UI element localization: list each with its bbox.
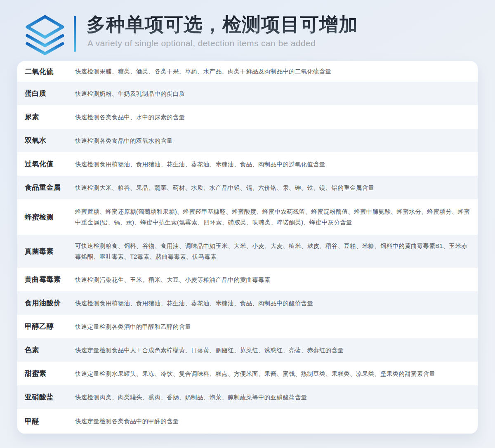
title-block: 多种单项可选，检测项目可增加 A variety of single optio… [87,12,358,48]
layers-stack-icon [23,14,67,56]
table-row: 蛋白质 快速检测奶粉、牛奶及乳制品中的蛋白质 [17,82,478,105]
row-label: 甜蜜素 [25,369,75,378]
table-row: 色素 快速定量检测食品中人工合成色素柠檬黄、日落黄、胭脂红、苋菜红、诱惑红、亮蓝… [17,338,478,362]
table-row: 甲醛 快速定量检测各类食品中的甲醛的含量 [17,409,478,434]
row-label: 蛋白质 [25,89,75,98]
row-label: 二氧化硫 [25,67,75,76]
page-subtitle: A variety of single optional, detection … [87,38,358,48]
row-description: 可快速检测粮食、饲料、谷物、食用油、调味品中如玉米、大米、小麦、大麦、糙米、麸皮… [75,241,472,262]
row-description: 快速检测食用植物油、食用猪油、花生油、葵花油、米糠油、食品、肉制品中的过氧化值含… [75,159,472,170]
row-description: 快速检测果脯、糖类、酒类、各类干果、草药、水产品、肉类干鲜品及肉制品中的二氧化硫… [75,66,472,77]
row-label: 双氧水 [25,136,75,145]
row-label: 尿素 [25,112,75,122]
row-label: 过氧化值 [25,159,75,169]
table-row: 真菌毒素 可快速检测粮食、饲料、谷物、食用油、调味品中如玉米、大米、小麦、大麦、… [17,235,478,268]
row-description: 快速定量检测食品中人工合成色素柠檬黄、日落黄、胭脂红、苋菜红、诱惑红、亮蓝、赤藓… [75,345,472,356]
row-description: 快速定量检测水果罐头、果冻、冷饮、复合调味料、糕点、方便米面、果酱、蜜饯、熟制豆… [75,368,472,379]
table-row: 蜂蜜检测 蜂蜜蔗糖、蜂蜜还原糖(葡萄糖和果糖)、蜂蜜羟甲基糠醛、蜂蜜酸度、蜂蜜中… [17,199,478,235]
detection-items-table: 二氧化硫 快速检测果脯、糖类、酒类、各类干果、草药、水产品、肉类干鲜品及肉制品中… [17,61,478,434]
row-label: 甲醛 [25,417,75,426]
row-description: 快速检测奶粉、牛奶及乳制品中的蛋白质 [75,88,472,99]
row-label: 甲醇乙醇 [25,322,75,331]
row-label: 蜂蜜检测 [25,212,75,222]
table-row: 尿素 快速检测各类食品中、水中的尿素的含量 [17,105,478,129]
row-description: 快速定量检测各类酒中的甲醇和乙醇的含量 [75,321,472,332]
page-header: 多种单项可选，检测项目可增加 A variety of single optio… [0,0,495,56]
table-row: 亚硝酸盐 快速检测肉类、肉类罐头、熏肉、香肠、奶制品、泡菜、腌制蔬菜等中的亚硝酸… [17,385,478,409]
row-label: 色素 [25,345,75,355]
row-description: 快速检测污染花生、玉米、稻米、大豆、小麦等粮油产品中的黄曲霉毒素 [75,274,472,285]
row-label: 食品重金属 [25,183,75,192]
table-row: 双氧水 快速检测各类食品中的双氧水的含量 [17,129,478,152]
row-description: 快速检测大米、粮谷、果品、蔬菜、药材、水质、水产品中铅、镉、六价铬、汞、砷、铁、… [75,182,472,193]
table-row: 甲醇乙醇 快速定量检测各类酒中的甲醇和乙醇的含量 [17,315,478,338]
page-title: 多种单项可选，检测项目可增加 [87,13,358,36]
table-row: 甜蜜素 快速定量检测水果罐头、果冻、冷饮、复合调味料、糕点、方便米面、果酱、蜜饯… [17,362,478,385]
row-description: 快速检测各类食品中的双氧水的含量 [75,135,472,146]
accent-divider-bar [74,16,76,52]
table-row: 食品重金属 快速检测大米、粮谷、果品、蔬菜、药材、水质、水产品中铅、镉、六价铬、… [17,176,478,199]
row-label: 真菌毒素 [25,247,75,256]
table-row: 食用油酸价 快速检测食用植物油、食用猪油、花生油、葵花油、米糠油、食品、肉制品中… [17,291,478,315]
row-description: 快速检测食用植物油、食用猪油、花生油、葵花油、米糠油、食品、肉制品中的酸价含量 [75,298,472,309]
table-row: 黄曲霉毒素 快速检测污染花生、玉米、稻米、大豆、小麦等粮油产品中的黄曲霉毒素 [17,268,478,291]
row-label: 亚硝酸盐 [25,392,75,402]
table-row: 二氧化硫 快速检测果脯、糖类、酒类、各类干果、草药、水产品、肉类干鲜品及肉制品中… [17,61,478,82]
row-description: 快速检测各类食品中、水中的尿素的含量 [75,112,472,123]
row-label: 食用油酸价 [25,298,75,308]
row-description: 快速定量检测各类食品中的甲醛的含量 [75,416,472,427]
row-description: 快速检测肉类、肉类罐头、熏肉、香肠、奶制品、泡菜、腌制蔬菜等中的亚硝酸盐含量 [75,392,472,403]
row-label: 黄曲霉毒素 [25,275,75,284]
table-row: 过氧化值 快速检测食用植物油、食用猪油、花生油、葵花油、米糠油、食品、肉制品中的… [17,152,478,176]
row-description: 蜂蜜蔗糖、蜂蜜还原糖(葡萄糖和果糖)、蜂蜜羟甲基糠醛、蜂蜜酸度、蜂蜜中农药残留、… [75,206,472,228]
